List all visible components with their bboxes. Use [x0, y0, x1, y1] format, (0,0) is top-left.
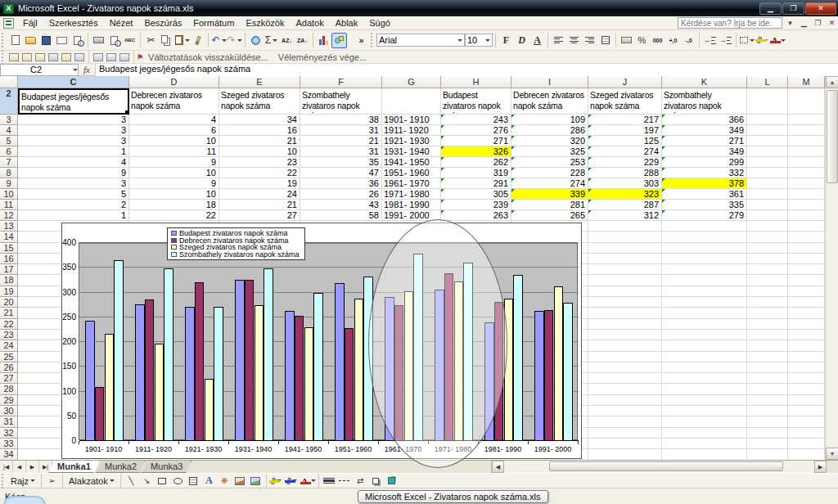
- cell-L26[interactable]: [747, 362, 788, 373]
- cell-D4[interactable]: 6: [129, 125, 219, 136]
- cell-L8[interactable]: [747, 168, 788, 178]
- cell-J23[interactable]: [588, 330, 662, 340]
- column-header-C[interactable]: C: [18, 76, 129, 88]
- row-header-18[interactable]: 18: [0, 275, 18, 286]
- bar-Debrecen zivataros napok száma-1941- 1950[interactable]: [295, 316, 304, 441]
- oval-icon[interactable]: [170, 473, 186, 488]
- bar-Debrecen zivataros napok száma-1911- 1920[interactable]: [145, 299, 155, 441]
- cell-I12[interactable]: 265: [511, 210, 588, 221]
- row-header-8[interactable]: 8: [0, 168, 18, 178]
- doc-minimize-button[interactable]: ▁: [798, 18, 810, 29]
- column-header-E[interactable]: E: [219, 76, 300, 88]
- cell-J16[interactable]: [588, 254, 662, 264]
- cell-G2[interactable]: [382, 88, 441, 115]
- cell-M13[interactable]: [788, 221, 825, 232]
- doc-restore-button[interactable]: ❐: [812, 18, 824, 29]
- insert-function-icon[interactable]: fx: [79, 65, 95, 74]
- drawing-toggle-icon[interactable]: [331, 33, 347, 48]
- row-header-10[interactable]: 10: [0, 189, 18, 200]
- align-right-icon[interactable]: [582, 33, 597, 48]
- cell-E11[interactable]: 21: [219, 200, 300, 210]
- cell-K4[interactable]: 349: [662, 125, 747, 136]
- cell-I10[interactable]: 339: [511, 189, 588, 200]
- cell-I5[interactable]: 320: [511, 136, 588, 146]
- cut-icon[interactable]: ✂: [143, 33, 159, 48]
- cell-J3[interactable]: 217: [588, 115, 662, 125]
- cell-L9[interactable]: [747, 178, 788, 189]
- sort-descending-icon[interactable]: ZA↓: [295, 33, 310, 48]
- paste-icon[interactable]: [174, 33, 190, 48]
- autosum-icon[interactable]: Σ: [264, 33, 279, 48]
- review-icon[interactable]: [119, 53, 129, 61]
- cell-K8[interactable]: 332: [662, 168, 747, 178]
- column-header-G[interactable]: G: [382, 76, 441, 88]
- cell-L31[interactable]: [747, 416, 788, 427]
- borders-icon[interactable]: [739, 33, 755, 48]
- row-header-26[interactable]: 26: [0, 362, 18, 373]
- cell-L22[interactable]: [747, 319, 788, 330]
- undo-icon[interactable]: ↶: [211, 33, 227, 48]
- font-name-select[interactable]: Arial: [376, 34, 465, 47]
- cell-J17[interactable]: [588, 264, 662, 275]
- cell-J5[interactable]: 125: [588, 136, 662, 146]
- search-icon[interactable]: [70, 33, 85, 48]
- cell-G9[interactable]: 1961- 1970: [382, 178, 441, 189]
- cell-M11[interactable]: [788, 200, 825, 210]
- mail-icon[interactable]: [54, 33, 70, 48]
- row-header-14[interactable]: 14: [0, 232, 18, 242]
- alakzatok-menu-button[interactable]: Alakzatok: [65, 476, 118, 486]
- cell-E7[interactable]: 23: [219, 157, 300, 168]
- review-icon[interactable]: [35, 53, 45, 61]
- cell-K3[interactable]: 366: [662, 115, 747, 125]
- cell-D7[interactable]: 9: [129, 157, 219, 168]
- row-header-33[interactable]: 33: [0, 439, 18, 449]
- cell-M4[interactable]: [788, 125, 825, 136]
- cell-M8[interactable]: [788, 168, 825, 178]
- thousands-icon[interactable]: 000: [650, 33, 665, 48]
- review-icon[interactable]: [48, 53, 58, 61]
- cell-C10[interactable]: 5: [18, 189, 129, 200]
- cell-J4[interactable]: 197: [588, 125, 662, 136]
- cell-D8[interactable]: 10: [129, 168, 219, 178]
- line-style-icon[interactable]: [322, 473, 337, 488]
- cell-L6[interactable]: [747, 146, 788, 157]
- doc-close-button[interactable]: ✕: [826, 18, 838, 29]
- cell-F6[interactable]: 31: [300, 146, 382, 157]
- cell-L33[interactable]: [747, 439, 788, 449]
- cell-K20[interactable]: [662, 297, 747, 308]
- font-color-icon[interactable]: A: [300, 473, 316, 488]
- cell-J34[interactable]: [588, 449, 662, 460]
- scroll-right-icon[interactable]: ▶: [814, 461, 827, 473]
- cell-L32[interactable]: [747, 428, 788, 439]
- cell-J28[interactable]: [588, 384, 662, 394]
- cell-M16[interactable]: [788, 254, 825, 264]
- row-header-30[interactable]: 30: [0, 406, 18, 416]
- cell-C5[interactable]: 3: [18, 136, 129, 146]
- cell-L4[interactable]: [747, 125, 788, 136]
- horizontal-scroll-thumb[interactable]: [549, 461, 783, 471]
- menu-item-szerkesztes[interactable]: Szerkesztés: [43, 17, 104, 29]
- cell-L24[interactable]: [747, 340, 788, 351]
- cell-K15[interactable]: [662, 243, 747, 254]
- cell-K9[interactable]: 378: [662, 178, 747, 189]
- toolbar-grip[interactable]: [2, 474, 6, 488]
- align-center-icon[interactable]: [566, 33, 582, 48]
- format-painter-icon[interactable]: [190, 33, 205, 48]
- font-color-icon[interactable]: A: [770, 33, 786, 48]
- bar-Budapest zivataros napok száma-1931- 1940[interactable]: [235, 280, 245, 441]
- bar-Szombathely zivataros napok száma-1931- 1940[interactable]: [264, 268, 273, 441]
- cell-M17[interactable]: [788, 264, 825, 275]
- arrow-icon[interactable]: ↘: [139, 473, 155, 488]
- cell-G3[interactable]: 1901- 1910: [382, 115, 441, 125]
- new-icon[interactable]: [7, 33, 23, 48]
- row-header-24[interactable]: 24: [0, 340, 18, 351]
- cell-L12[interactable]: [747, 210, 788, 221]
- bar-Szombathely zivataros napok száma-1941- 1950[interactable]: [313, 293, 323, 441]
- row-header-2[interactable]: 2: [0, 88, 18, 115]
- row-header-32[interactable]: 32: [0, 428, 18, 439]
- row-header-3[interactable]: 3: [0, 115, 18, 125]
- cell-J9[interactable]: 303: [588, 178, 662, 189]
- cell-M30[interactable]: [788, 406, 825, 416]
- cell-H6[interactable]: 326: [441, 146, 511, 157]
- hyperlink-icon[interactable]: [248, 33, 264, 48]
